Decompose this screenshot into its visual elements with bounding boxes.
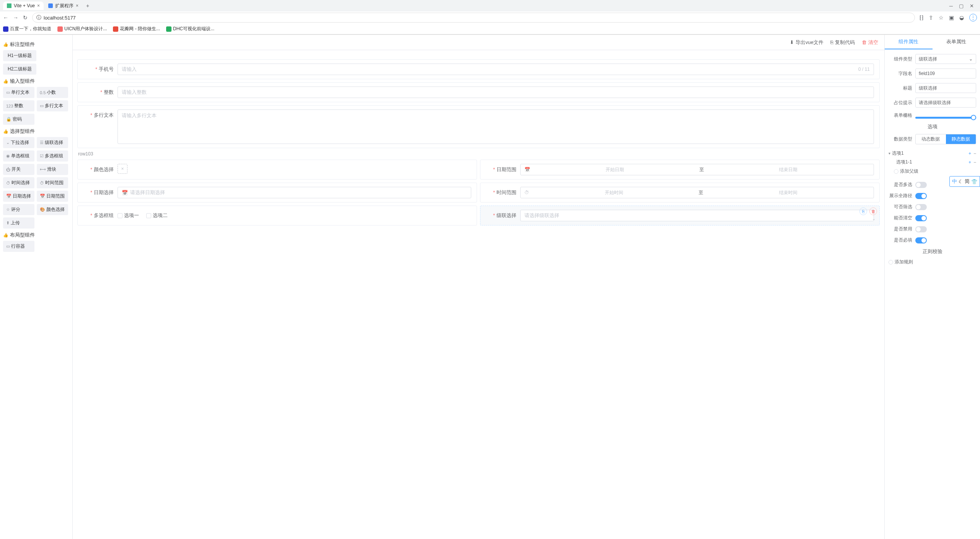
clock-icon: ⏱ xyxy=(524,190,529,195)
minimize-icon[interactable]: ─ xyxy=(949,3,953,9)
panel-icon[interactable]: ▣ xyxy=(949,15,954,21)
back-icon[interactable]: ← xyxy=(3,15,8,21)
window-controls: ─ ▢ ✕ xyxy=(949,3,977,9)
row-container[interactable]: *多选框组 选项一 选项二 *级联选择 请选择级联选择 ⎘ 🗑 ⌄ xyxy=(77,206,880,225)
maximize-icon[interactable]: ▢ xyxy=(959,3,964,9)
field-color[interactable]: *颜色选择 × xyxy=(77,160,477,180)
palette-item-cascader[interactable]: ☰级联选择 xyxy=(37,137,68,148)
delete-field-button[interactable]: 🗑 xyxy=(869,207,877,215)
remove-option-button[interactable]: − xyxy=(973,160,976,165)
close-window-icon[interactable]: ✕ xyxy=(970,3,974,9)
field-phone[interactable]: *手机号 请输入0 / 11 xyxy=(77,59,880,79)
row-container[interactable]: *日期选择 📅请选择日期选择 *时间范围 ⏱ 开始时间 至 结束时间 xyxy=(77,183,880,203)
moon-icon: ☾ xyxy=(959,179,963,185)
slider-thumb[interactable] xyxy=(971,115,976,120)
component-type-select[interactable]: 级联选择⌄ xyxy=(915,54,976,64)
daterange-input[interactable]: 📅 开始日期 至 结束日期 xyxy=(520,164,874,175)
field-name-input[interactable] xyxy=(915,69,976,78)
more-icon[interactable]: ⋮ xyxy=(969,14,977,21)
clear-button[interactable]: 🗑清空 xyxy=(862,39,878,46)
star-icon[interactable]: ☆ xyxy=(939,15,944,21)
palette-item-date[interactable]: 📅日期选择 xyxy=(3,191,34,202)
copy-code-button[interactable]: ⎘复制代码 xyxy=(830,39,855,46)
option-tree-item[interactable]: ▾ 选项1 +− xyxy=(889,149,976,158)
checkbox-option[interactable]: 选项一 xyxy=(118,212,139,219)
url-bar[interactable]: ⓘ localhost:5177 xyxy=(32,13,915,23)
switch-required[interactable] xyxy=(915,237,927,243)
copy-field-button[interactable]: ⎘ xyxy=(859,207,867,215)
tab-form-props[interactable]: 表单属性 xyxy=(933,35,980,49)
palette-item-select[interactable]: ⌄下拉选择 xyxy=(3,137,34,148)
add-parent-option[interactable]: 添加父级 xyxy=(894,168,976,175)
field-daterange[interactable]: *日期范围 📅 开始日期 至 结束日期 xyxy=(480,160,880,180)
bookmark-item[interactable]: 花瓣网 - 陪你做生... xyxy=(113,26,160,32)
palette-item-password[interactable]: 🔒密码 xyxy=(3,114,34,125)
grid-span-slider[interactable] xyxy=(915,117,976,119)
share-icon[interactable]: ⇪ xyxy=(929,15,933,21)
palette-item-switch[interactable]: ⏻开关 xyxy=(3,164,34,175)
checkbox-option[interactable]: 选项二 xyxy=(146,212,168,219)
date-input[interactable]: 📅请选择日期选择 xyxy=(118,187,471,198)
palette-item-integer[interactable]: 123整数 xyxy=(3,100,34,111)
palette-item-slider[interactable]: ⟷滑块 xyxy=(37,164,68,175)
ime-floating-badge[interactable]: 中 ☾ 简 👕 xyxy=(949,176,980,187)
new-tab-button[interactable]: + xyxy=(83,1,92,10)
translate-icon[interactable]: ⁅⁆ xyxy=(920,15,923,21)
row-container-row103[interactable]: *颜色选择 × *日期范围 📅 开始日期 至 结束日期 xyxy=(77,160,880,180)
placeholder-input[interactable] xyxy=(915,98,976,108)
field-cascader-selected[interactable]: *级联选择 请选择级联选择 ⎘ 🗑 ⌄ xyxy=(480,206,880,225)
add-option-button[interactable]: + xyxy=(969,160,971,165)
field-timerange[interactable]: *时间范围 ⏱ 开始时间 至 结束时间 xyxy=(480,183,880,203)
field-textarea[interactable]: *多行文本 请输入多行文本 xyxy=(77,105,880,148)
palette-item-upload[interactable]: ⬆上传 xyxy=(3,217,34,229)
close-icon[interactable]: × xyxy=(76,3,78,8)
forward-icon[interactable]: → xyxy=(13,15,18,21)
field-datepick[interactable]: *日期选择 📅请选择日期选择 xyxy=(77,183,477,203)
palette-item-timerange[interactable]: ⏱时间范围 xyxy=(37,177,68,188)
palette-item-radio[interactable]: ◉单选框组 xyxy=(3,150,34,162)
palette-item-row[interactable]: ▭行容器 xyxy=(3,241,34,252)
bookmark-item[interactable]: UICN用户体验设计... xyxy=(57,26,107,32)
palette-item-h2[interactable]: H2二级标题 xyxy=(3,64,36,75)
integer-input[interactable]: 请输入整数 xyxy=(118,87,874,98)
add-regex-rule[interactable]: 添加规则 xyxy=(889,259,976,265)
add-option-button[interactable]: + xyxy=(969,151,971,156)
switch-filterable[interactable] xyxy=(915,204,927,210)
palette-item-color[interactable]: 🎨颜色选择 xyxy=(37,204,68,215)
browser-tab-inactive[interactable]: 扩展程序 × xyxy=(44,1,82,11)
palette-item-rate[interactable]: ☆评分 xyxy=(3,204,34,215)
data-type-dynamic[interactable]: 动态数据 xyxy=(916,134,946,144)
switch-disabled[interactable] xyxy=(915,226,927,232)
data-type-static[interactable]: 静态数据 xyxy=(946,134,976,144)
remove-option-button[interactable]: − xyxy=(973,151,976,156)
caret-down-icon[interactable]: ▾ xyxy=(889,151,890,155)
browser-tab-active[interactable]: Vite + Vue × xyxy=(3,2,44,10)
switch-multi[interactable] xyxy=(915,182,927,188)
phone-input[interactable]: 请输入0 / 11 xyxy=(118,64,874,75)
switch-clearable[interactable] xyxy=(915,215,927,221)
palette-item-textarea[interactable]: ▭多行文本 xyxy=(37,100,68,111)
textarea-input[interactable]: 请输入多行文本 xyxy=(118,109,874,144)
export-button[interactable]: ⬇导出vue文件 xyxy=(790,39,823,46)
timerange-input[interactable]: ⏱ 开始时间 至 结束时间 xyxy=(520,187,874,198)
option-tree-child[interactable]: 选项1-1 +− xyxy=(889,158,976,167)
form-canvas[interactable]: *手机号 请输入0 / 11 *整数 请输入整数 *多行文本 请输入多行文本 r… xyxy=(73,50,884,539)
field-checkgroup[interactable]: *多选框组 选项一 选项二 xyxy=(77,206,477,225)
reload-icon[interactable]: ↻ xyxy=(23,15,28,21)
palette-item-time[interactable]: ⏱时间选择 xyxy=(3,177,34,188)
palette-item-daterange[interactable]: 📅日期范围 xyxy=(37,191,68,202)
profile-icon[interactable]: ◒ xyxy=(959,15,964,21)
cascader-input[interactable]: 请选择级联选择 xyxy=(520,210,874,221)
palette-item-checkbox[interactable]: ☑多选框组 xyxy=(37,150,68,162)
close-icon[interactable]: × xyxy=(37,3,40,8)
palette-item-h1[interactable]: H1一级标题 xyxy=(3,50,36,61)
switch-fullpath[interactable] xyxy=(915,193,927,199)
field-integer[interactable]: *整数 请输入整数 xyxy=(77,82,880,102)
palette-item-input[interactable]: ▭单行文本 xyxy=(3,87,34,98)
title-input[interactable] xyxy=(915,83,976,93)
palette-item-decimal[interactable]: 0.5小数 xyxy=(37,87,68,98)
bookmark-item[interactable]: 百度一下，你就知道 xyxy=(3,26,51,32)
bookmark-item[interactable]: DHC可视化前端设... xyxy=(166,26,214,32)
tab-component-props[interactable]: 组件属性 xyxy=(885,35,933,49)
color-picker[interactable]: × xyxy=(118,164,127,174)
